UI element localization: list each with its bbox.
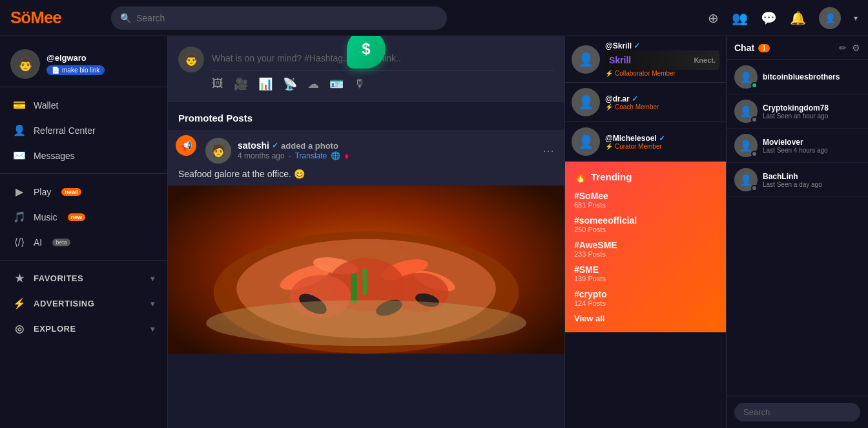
chevron-down-icon: ▾ [150, 274, 155, 283]
post-card: 📢 🧑 satoshi ✓ added a photo 4 months ago… [168, 130, 564, 354]
chat-info-0: bitcoinbluesbrothers [763, 72, 860, 81]
explore-icon: ◎ [13, 323, 26, 335]
card-icon[interactable]: 🪪 [329, 77, 344, 91]
post-image [168, 186, 564, 354]
user-avatar-nav[interactable]: 👤 [819, 7, 841, 29]
search-icon: 🔍 [120, 13, 131, 23]
image-upload-icon[interactable]: 🖼 [212, 77, 223, 91]
suggested-user-item[interactable]: 👤 @Skrill ✓ Skrill Knect. ⚡ Collaborator… [565, 36, 726, 83]
sug-role-0: ⚡ Collaborator Member [605, 70, 719, 77]
sidebar-item-play[interactable]: ▶ Play new! [0, 179, 167, 204]
edit-icon[interactable]: ✏ [839, 43, 847, 53]
cloud-icon[interactable]: ☁ [307, 77, 319, 91]
sug-name-0: @Skrill ✓ [605, 41, 719, 50]
bio-link-badge[interactable]: 📄 make bio link [46, 65, 105, 75]
radio-icon[interactable]: 📡 [283, 77, 297, 91]
ai-icon: ⟨/⟩ [13, 236, 26, 248]
suggested-user-item[interactable]: 👤 @dr.ar ✓ ⚡ Coach Member [565, 83, 726, 122]
user-handle: @elgwaro [46, 53, 157, 63]
settings-icon[interactable]: ⚙ [852, 43, 860, 53]
ai-beta-badge: beta [52, 239, 70, 246]
post-author-avatar[interactable]: 🧑 [205, 138, 231, 164]
svg-point-15 [206, 300, 526, 346]
promoted-posts-header: Promoted Posts [168, 102, 564, 130]
sidebar-item-ai[interactable]: ⟨/⟩ AI beta [0, 230, 167, 255]
lightning-icon: ⚡ [605, 70, 613, 77]
sidebar-item-music[interactable]: 🎵 Music new [0, 204, 167, 230]
offline-status-indicator [751, 116, 758, 123]
chevron-down-icon[interactable]: ▾ [854, 14, 858, 23]
chat-avatar-1: 👤 [734, 100, 758, 123]
verified-icon: ✓ [659, 134, 665, 143]
right-column: 👤 @Skrill ✓ Skrill Knect. ⚡ Collaborator… [564, 36, 726, 428]
online-status-indicator [751, 82, 758, 89]
sidebar-advertising[interactable]: ⚡ ADVERTISING ▾ [0, 291, 167, 316]
chart-icon[interactable]: 📊 [258, 77, 273, 91]
top-navigation: SöMee 🔍 ⊕ 👥 💬 🔔 👤 ▾ [0, 0, 868, 36]
trending-section: 🔥 Trending #SoMee 681 Posts #someeoffici… [565, 162, 726, 332]
advertising-icon: ⚡ [13, 297, 26, 310]
skrill-banner: Skrill Knect. [605, 50, 719, 70]
chat-avatar-0: 👤 [734, 65, 758, 89]
file-icon: 📄 [52, 67, 59, 74]
chat-user-item[interactable]: 👤 Movielover Last Seen 4 hours ago [727, 129, 868, 163]
suggested-user-item[interactable]: 👤 @Michelesoel ✓ ⚡ Curator Member [565, 122, 726, 162]
favorites-icon: ★ [13, 272, 26, 284]
post-composer: $ 👨 What is on your mind? #Hashtag.. @Me… [168, 36, 564, 102]
trending-item-2[interactable]: #AweSME 233 Posts [574, 240, 717, 258]
sidebar-explore[interactable]: ◎ EXPLORE ▾ [0, 316, 167, 341]
sidebar-item-messages[interactable]: ✉️ Messages [0, 143, 167, 168]
promoted-megaphone-icon: 📢 [176, 135, 196, 156]
chat-avatar-2: 👤 [734, 134, 758, 157]
music-icon: 🎵 [13, 211, 26, 223]
translate-link[interactable]: Translate [295, 151, 327, 160]
people-icon[interactable]: 👥 [732, 10, 748, 26]
verified-icon: ✓ [634, 41, 640, 50]
chat-user-item[interactable]: 👤 Cryptokingdom78 Last Seen an hour ago [727, 94, 868, 129]
trending-item-4[interactable]: #crypto 124 Posts [574, 289, 717, 307]
chat-search-bar [727, 396, 868, 428]
lightning-icon: ⚡ [605, 103, 613, 111]
bell-icon[interactable]: 🔔 [790, 10, 806, 26]
user-profile-section: 👨 @elgwaro 📄 make bio link [0, 44, 167, 87]
separator: - [289, 151, 291, 160]
chat-header: Chat 1 ✏ ⚙ [727, 36, 868, 60]
music-new-badge: new [68, 213, 86, 221]
play-icon: ▶ [13, 186, 26, 198]
view-all-link[interactable]: View all [574, 314, 717, 323]
fire-icon: 🔥 [574, 171, 587, 183]
audio-icon[interactable]: 🎙 [354, 77, 366, 91]
sidebar-item-wallet[interactable]: 💳 Wallet [0, 92, 167, 118]
trending-item-0[interactable]: #SoMee 681 Posts [574, 191, 717, 209]
top-search-bar[interactable]: 🔍 [111, 6, 447, 30]
chat-header-icons: ✏ ⚙ [839, 43, 860, 53]
user-info: @elgwaro 📄 make bio link [46, 53, 157, 75]
trending-item-1[interactable]: #someeofficial 250 Posts [574, 215, 717, 233]
message-icon[interactable]: 💬 [761, 10, 777, 26]
chat-avatar-3: 👤 [734, 168, 758, 191]
sug-info-2: @Michelesoel ✓ ⚡ Curator Member [605, 134, 719, 150]
nav-right-icons: ⊕ 👥 💬 🔔 👤 ▾ [708, 7, 858, 29]
sidebar: 👨 @elgwaro 📄 make bio link 💳 Wallet 👤 Re… [0, 36, 168, 428]
verified-icon: ✓ [632, 94, 638, 103]
composer-actions: 🖼 🎥 📊 📡 ☁ 🪪 🎙 [212, 70, 554, 91]
sug-avatar-2: 👤 [572, 127, 600, 156]
video-upload-icon[interactable]: 🎥 [234, 77, 248, 91]
sug-info-0: @Skrill ✓ Skrill Knect. ⚡ Collaborator M… [605, 41, 719, 77]
sidebar-item-referral[interactable]: 👤 Referral Center [0, 118, 167, 143]
sug-role-1: ⚡ Coach Member [605, 103, 719, 111]
messages-icon: ✉️ [13, 149, 26, 162]
offline-status-indicator [751, 151, 758, 157]
add-icon[interactable]: ⊕ [708, 10, 719, 26]
main-layout: 👨 @elgwaro 📄 make bio link 💳 Wallet 👤 Re… [0, 36, 868, 428]
chat-search-input[interactable] [734, 403, 860, 422]
post-menu-icon[interactable]: ⋯ [542, 144, 554, 158]
trending-item-3[interactable]: #SME 139 Posts [574, 264, 717, 283]
sidebar-favorites[interactable]: ★ FAVORITES ▾ [0, 266, 167, 291]
post-text: Seafood galore at the office. 😊 [168, 169, 564, 186]
sug-info-1: @dr.ar ✓ ⚡ Coach Member [605, 94, 719, 111]
top-search-input[interactable] [136, 13, 438, 23]
chat-user-item[interactable]: 👤 BachLinh Last Seen a day ago [727, 163, 868, 197]
chevron-down-icon: ▾ [150, 299, 155, 308]
chat-user-item[interactable]: 👤 bitcoinbluesbrothers [727, 60, 868, 94]
